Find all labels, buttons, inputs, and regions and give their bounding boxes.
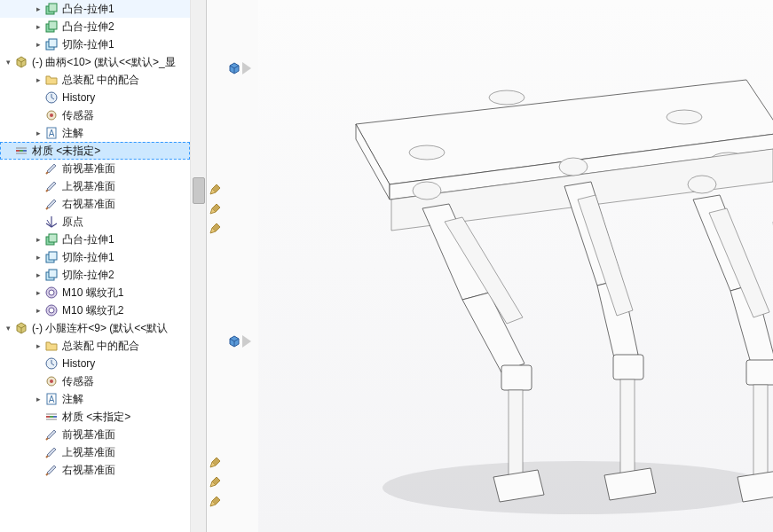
expand-icon[interactable]: ▸ xyxy=(34,4,43,13)
tree-row[interactable]: ▾(-) 小腿连杆<9> (默认<<默认 xyxy=(0,319,190,337)
3d-viewport[interactable] xyxy=(258,0,773,532)
plane-icon xyxy=(44,427,59,442)
tree-row[interactable]: ▸切除-拉伸1 xyxy=(0,248,190,266)
extrude-icon xyxy=(44,20,59,34)
expand-icon[interactable]: ▸ xyxy=(34,288,43,297)
pencil-icon[interactable] xyxy=(209,184,221,196)
annotation-icon: A xyxy=(44,392,59,406)
tree-row[interactable]: ▸A注解 xyxy=(0,390,190,408)
plane-icon xyxy=(44,161,59,176)
tree-item-label: 凸台-拉伸1 xyxy=(62,232,114,247)
history-icon xyxy=(44,356,59,371)
tree-row[interactable]: ▸M10 螺纹孔1 xyxy=(0,284,190,301)
tree-row[interactable]: ▸右视基准面 xyxy=(0,461,190,479)
material-icon xyxy=(44,410,59,424)
tree-row[interactable]: ▸凸台-拉伸1 xyxy=(0,0,190,18)
gutter-marker[interactable] xyxy=(228,60,253,76)
collapse-icon[interactable]: ▾ xyxy=(4,324,12,332)
origin-icon xyxy=(44,215,59,229)
tree-row[interactable]: ▸前视基准面 xyxy=(0,160,190,177)
tree-row[interactable]: ▸原点 xyxy=(0,213,190,231)
expand-icon[interactable]: ▸ xyxy=(34,395,43,403)
tree-item-label: 总装配 中的配合 xyxy=(62,339,139,354)
cut-icon xyxy=(44,268,59,282)
tree-row[interactable]: ▸前视基准面 xyxy=(0,426,190,443)
tree-row[interactable]: ▸切除-拉伸1 xyxy=(0,35,190,53)
svg-rect-1 xyxy=(49,4,57,12)
scrollbar-thumb[interactable] xyxy=(193,177,205,204)
hole-icon xyxy=(44,303,59,317)
svg-rect-5 xyxy=(49,39,57,47)
tree-row[interactable]: ▸上视基准面 xyxy=(0,177,190,195)
tree-row[interactable]: ▸材质 <未指定> xyxy=(0,408,190,426)
pencil-icon[interactable] xyxy=(209,223,221,235)
tree-item-label: 原点 xyxy=(62,215,83,230)
plane-icon xyxy=(44,179,59,193)
part-icon xyxy=(14,55,28,69)
triangle-icon xyxy=(242,62,251,74)
tree-item-label: 传感器 xyxy=(62,374,94,389)
tree-row[interactable]: ▸传感器 xyxy=(0,372,190,390)
tree-row[interactable]: ▸凸台-拉伸2 xyxy=(0,18,190,35)
robot-model-wireframe[interactable] xyxy=(312,53,773,514)
tree-row[interactable]: ▸凸台-拉伸1 xyxy=(0,231,190,248)
expand-icon[interactable]: ▸ xyxy=(34,253,43,262)
collapse-icon[interactable]: ▾ xyxy=(4,58,12,66)
cut-icon xyxy=(44,37,59,51)
svg-rect-11 xyxy=(16,150,20,152)
expand-icon[interactable]: ▸ xyxy=(34,341,43,350)
tree-row[interactable]: ▸传感器 xyxy=(0,106,190,124)
tree-row[interactable]: ▸总装配 中的配合 xyxy=(0,337,190,355)
gutter-marker[interactable] xyxy=(228,333,253,349)
tree-row[interactable]: ▸右视基准面 xyxy=(0,195,190,213)
tree-row[interactable]: ▸切除-拉伸2 xyxy=(0,266,190,284)
tree-item-label: History xyxy=(62,357,95,370)
expand-icon[interactable]: ▸ xyxy=(34,75,43,84)
tree-row[interactable]: ▸总装配 中的配合 xyxy=(0,71,190,89)
expand-icon[interactable]: ▸ xyxy=(34,306,43,315)
pencil-icon[interactable] xyxy=(209,476,221,489)
tree-scrollbar[interactable] xyxy=(191,0,207,532)
expand-icon[interactable]: ▸ xyxy=(34,22,43,31)
tree-row[interactable]: ▸History xyxy=(0,355,190,372)
expand-icon[interactable]: ▸ xyxy=(34,40,43,49)
expand-icon[interactable]: ▸ xyxy=(34,129,43,137)
svg-rect-15 xyxy=(49,234,57,242)
svg-point-32 xyxy=(383,461,773,514)
pencil-icon[interactable] xyxy=(209,457,221,469)
svg-rect-31 xyxy=(53,416,57,418)
tree-item-label: History xyxy=(62,91,95,104)
svg-rect-60 xyxy=(753,385,768,478)
tree-item-label: (-) 小腿连杆<9> (默认<<默认 xyxy=(32,321,168,336)
pencil-overlay-column xyxy=(207,0,223,532)
tree-item-label: 注解 xyxy=(62,126,83,141)
svg-point-37 xyxy=(489,90,525,105)
svg-rect-47 xyxy=(501,365,532,390)
tree-item-label: 凸台-拉伸1 xyxy=(62,2,114,17)
expand-icon[interactable]: ▸ xyxy=(34,235,43,244)
svg-point-8 xyxy=(50,113,53,117)
svg-point-43 xyxy=(688,176,716,193)
pencil-icon[interactable] xyxy=(209,496,221,508)
annotation-icon: A xyxy=(44,126,59,140)
cut-icon xyxy=(44,250,59,264)
tree-row[interactable]: ▸A注解 xyxy=(0,124,190,142)
tree-item-label: 上视基准面 xyxy=(62,445,115,460)
tree-item-label: 传感器 xyxy=(62,108,94,123)
svg-rect-53 xyxy=(613,355,643,379)
expand-icon[interactable]: ▸ xyxy=(34,270,43,279)
svg-point-36 xyxy=(409,145,445,160)
tree-row[interactable]: ▸材质 <未指定> xyxy=(0,142,190,160)
tree-row[interactable]: ▾(-) 曲柄<10> (默认<<默认>_显 xyxy=(0,53,190,71)
feature-tree-panel[interactable]: ▸凸台-拉伸1▸凸台-拉伸2▸切除-拉伸1▾(-) 曲柄<10> (默认<<默认… xyxy=(0,0,191,532)
tree-row[interactable]: ▸上视基准面 xyxy=(0,443,190,461)
tree-item-label: 前视基准面 xyxy=(62,161,115,176)
tree-row[interactable]: ▸History xyxy=(0,89,190,106)
pencil-icon[interactable] xyxy=(209,203,221,215)
tree-item-label: 凸台-拉伸2 xyxy=(62,20,114,35)
tree-row[interactable]: ▸M10 螺纹孔2 xyxy=(0,301,190,319)
tree-item-label: 前视基准面 xyxy=(62,427,115,442)
sensor-icon xyxy=(44,108,59,122)
svg-point-26 xyxy=(50,379,53,383)
extrude-icon xyxy=(44,2,59,16)
